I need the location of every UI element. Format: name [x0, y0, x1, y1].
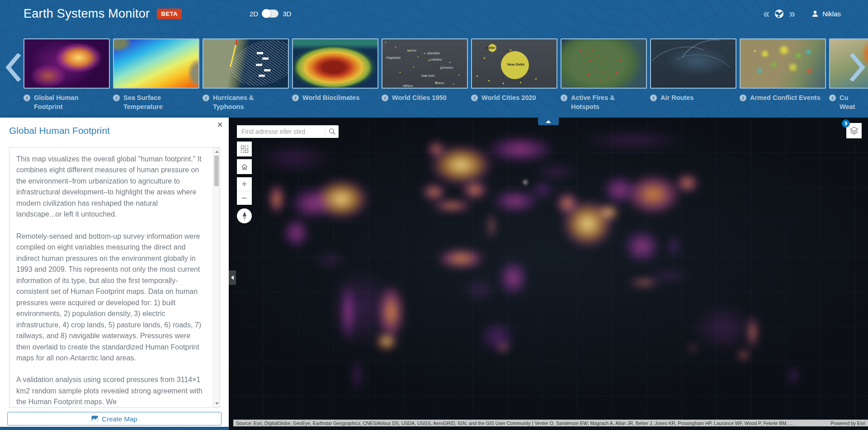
view-mode-toggle: 2D 3D — [250, 0, 291, 27]
beta-badge: BETA — [157, 9, 182, 19]
compass-button[interactable] — [237, 208, 252, 223]
globe-prev-icon[interactable]: « — [763, 8, 769, 19]
close-icon[interactable]: × — [217, 120, 223, 130]
mode-2d-label: 2D — [250, 10, 258, 18]
create-map-label: Create Map — [102, 415, 137, 423]
powered-by-esri: Powered by Esri — [831, 421, 865, 426]
panel-collapse-handle[interactable] — [229, 270, 236, 285]
carousel-item-label: World Cities 1950 — [392, 94, 447, 103]
info-icon[interactable]: i — [24, 95, 30, 101]
carousel-item-label: Armed Conflict Events — [750, 94, 821, 103]
collapse-left-icon — [231, 275, 234, 280]
scroll-up-icon[interactable] — [215, 151, 219, 153]
search-icon — [329, 128, 336, 135]
zoom-out-button[interactable]: − — [237, 191, 252, 205]
carousel-item-label: Air Routes — [660, 94, 693, 103]
map-icon — [91, 416, 98, 422]
globe-next-icon[interactable]: » — [789, 8, 795, 19]
person-icon — [811, 10, 819, 17]
attribution-sources: Source: Esri, DigitalGlobe, GeoEye, Eart… — [236, 421, 825, 426]
description-text: This map visualizes the overall global "… — [9, 148, 220, 408]
carousel-item-label: Sea Surface — [123, 94, 163, 103]
thumbnail-world-bioclimates[interactable] — [292, 38, 378, 89]
2d-3d-toggle[interactable] — [262, 9, 278, 18]
thumbnail-global-human-footprint[interactable] — [24, 38, 110, 89]
thumbnail-active-fires[interactable] — [561, 38, 647, 89]
info-icon[interactable]: i — [471, 95, 478, 101]
user-menu[interactable]: Niklas — [811, 10, 841, 18]
basemap-grid-icon — [241, 146, 248, 153]
paragraph: A validation analysis using scored press… — [16, 374, 204, 407]
search-input[interactable] — [237, 125, 325, 138]
city-label: Ludhiana — [429, 58, 442, 61]
city-label: Meerut — [435, 82, 444, 85]
app-title: Earth Systems Monitor — [24, 7, 150, 21]
scroll-down-icon[interactable] — [215, 402, 219, 405]
carousel-item-air-routes[interactable]: i Air Routes — [650, 38, 736, 111]
home-button[interactable] — [237, 159, 252, 174]
city-label: Lahore — [407, 49, 416, 52]
thumbnail-world-cities-1950[interactable]: Lahore Jalandhar Ludhiana Faisalabad Deh… — [382, 38, 468, 89]
map-search — [237, 125, 339, 138]
app-header: Earth Systems Monitor BETA 2D 3D « » Nik… — [0, 0, 868, 27]
paragraph: This map visualizes the overall global "… — [16, 154, 204, 220]
city-label: Jalandhar — [427, 52, 440, 55]
carousel-item-label: Active Fires & — [571, 94, 615, 103]
carousel-next-icon[interactable] — [850, 53, 866, 81]
carousel-item-hurricanes-typhoons[interactable]: i Hurricanes &Typhoons — [203, 38, 289, 111]
layer-carousel: i Global HumanFootprint i Sea SurfaceTem… — [0, 27, 868, 118]
carousel-item-global-human-footprint[interactable]: i Global HumanFootprint — [24, 38, 110, 111]
info-icon[interactable]: i — [829, 95, 836, 101]
carousel-item-label: Hurricanes & — [213, 94, 254, 103]
thumbnail-world-cities-2020[interactable]: Multan New Delhi — [471, 38, 557, 89]
basemap-gallery-button[interactable] — [237, 142, 252, 156]
carousel-item-world-cities-2020[interactable]: Multan New Delhi i World Cities 2020 — [471, 38, 557, 111]
info-panel: Global Human Footprint × This map visual… — [0, 118, 229, 427]
carousel-items: i Global HumanFootprint i Sea SurfaceTem… — [24, 38, 868, 111]
paragraph: Remotely-sensed and bottom-up survey inf… — [16, 231, 204, 364]
thumbnail-sea-surface-temperature[interactable] — [113, 38, 199, 89]
carousel-item-label: World Cities 2020 — [481, 94, 536, 103]
carousel-item-label: World Bioclimates — [302, 94, 359, 103]
info-icon[interactable]: i — [292, 95, 299, 101]
scrollbar[interactable] — [213, 148, 220, 407]
info-icon[interactable]: i — [203, 95, 209, 101]
zoom-in-button[interactable]: + — [237, 177, 252, 191]
carousel-item-label: Global Human — [34, 94, 78, 103]
info-icon[interactable]: i — [740, 95, 746, 101]
carousel-item-world-cities-1950[interactable]: Lahore Jalandhar Ludhiana Faisalabad Deh… — [382, 38, 468, 111]
carousel-item-armed-conflict-events[interactable]: i Armed Conflict Events — [740, 38, 826, 111]
search-button[interactable] — [325, 125, 339, 138]
scrollbar-thumb[interactable] — [214, 156, 219, 186]
panel-title: Global Human Footprint — [9, 125, 110, 136]
info-icon[interactable]: i — [382, 95, 388, 101]
header-right: « » Niklas — [763, 0, 841, 27]
zoom-controls: + − — [237, 177, 252, 205]
toggle-knob[interactable] — [262, 9, 271, 18]
layers-icon — [849, 126, 859, 135]
mode-3d-label: 3D — [283, 10, 291, 18]
collapse-carousel-tab[interactable] — [538, 118, 559, 125]
map-attribution: Source: Esri, DigitalGlobe, GeoEye, Eart… — [233, 420, 868, 426]
layers-count-badge: 9 — [842, 119, 850, 128]
thumbnail-armed-conflict-events[interactable] — [740, 38, 826, 89]
description-scrollarea[interactable]: This map visualizes the overall global "… — [9, 147, 220, 408]
carousel-item-world-bioclimates[interactable]: i World Bioclimates — [292, 38, 378, 111]
globe-icon[interactable] — [774, 9, 784, 19]
collapse-up-icon — [546, 120, 551, 123]
info-icon[interactable]: i — [650, 95, 657, 101]
city-label: Multan — [486, 47, 495, 50]
map-canvas[interactable]: + − 9 Source: Esri, DigitalGlobe, GeoEye… — [229, 118, 868, 430]
carousel-prev-icon[interactable] — [5, 53, 21, 81]
carousel-item-active-fires[interactable]: i Active Fires &Hotspots — [561, 38, 647, 111]
info-icon[interactable]: i — [113, 95, 120, 101]
city-label: New Delhi — [421, 75, 435, 78]
user-name: Niklas — [822, 10, 841, 18]
thumbnail-hurricanes-typhoons[interactable] — [203, 38, 289, 89]
compass-needle-icon — [241, 212, 248, 221]
create-map-button[interactable]: Create Map — [7, 412, 222, 425]
city-label: New Delhi — [507, 63, 524, 66]
carousel-item-sea-surface-temperature[interactable]: i Sea SurfaceTemperature — [113, 38, 199, 111]
thumbnail-air-routes[interactable] — [650, 38, 736, 89]
info-icon[interactable]: i — [561, 95, 567, 101]
